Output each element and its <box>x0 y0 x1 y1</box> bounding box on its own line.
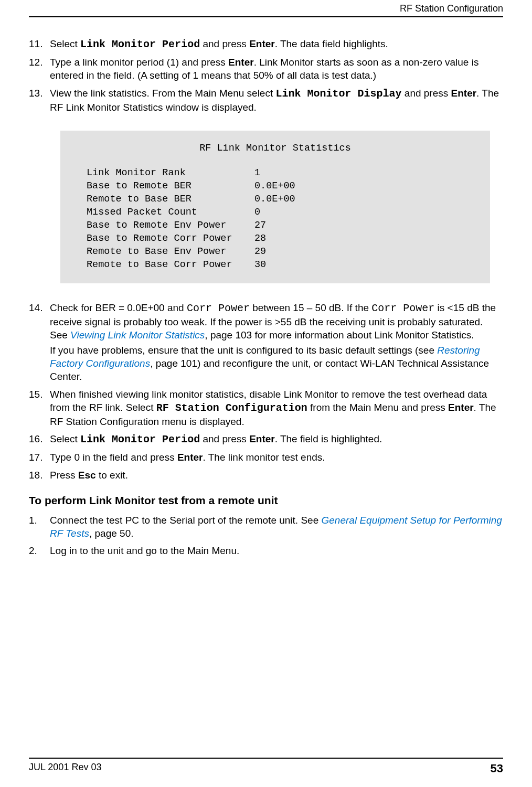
header-title: RF Station Configuration <box>400 3 503 14</box>
step-body: Log in to the unit and go to the Main Me… <box>50 544 503 557</box>
statistics-box: RF Link Monitor Statistics Link Monitor … <box>60 131 490 283</box>
step-number: 16. <box>29 432 50 446</box>
step-number: 17. <box>29 451 50 464</box>
step-number: 2. <box>29 544 50 557</box>
step-item: 15.When finished viewing link monitor st… <box>29 388 503 429</box>
step-item: 18.Press Esc to exit. <box>29 469 503 482</box>
step-body: Type 0 in the field and press Enter. The… <box>50 451 503 464</box>
stats-row: Base to Remote BER0.0E+00 <box>72 180 478 193</box>
header-rule <box>29 16 503 17</box>
page-footer: JUL 2001 Rev 03 53 <box>29 758 503 775</box>
step-number: 14. <box>29 301 50 384</box>
stats-label: Remote to Base Env Power <box>87 246 254 259</box>
stats-row: Remote to Base Env Power29 <box>72 246 478 259</box>
step-item: 1.Connect the test PC to the Serial port… <box>29 514 503 540</box>
step-extra-para: If you have problems, ensure that the un… <box>50 344 503 383</box>
stats-value: 0.0E+00 <box>254 180 295 193</box>
stats-row: Remote to Base BER0.0E+00 <box>72 193 478 206</box>
step-item: 12.Type a link monitor period (1) and pr… <box>29 56 503 82</box>
step-body: Check for BER = 0.0E+00 and Corr Power b… <box>50 301 503 384</box>
stats-value: 0.0E+00 <box>254 193 295 206</box>
stats-label: Base to Remote Corr Power <box>87 232 254 246</box>
step-number: 11. <box>29 37 50 51</box>
step-number: 1. <box>29 514 50 540</box>
content: 11.Select Link Monitor Period and press … <box>29 37 503 558</box>
steps-list-b: 14.Check for BER = 0.0E+00 and Corr Powe… <box>29 301 503 482</box>
stats-row: Link Monitor Rank1 <box>72 167 478 180</box>
cross-reference-link[interactable]: Viewing Link Monitor Statistics <box>70 329 205 341</box>
stats-label: Base to Remote Env Power <box>87 219 254 232</box>
step-item: 2.Log in to the unit and go to the Main … <box>29 544 503 557</box>
step-body: Type a link monitor period (1) and press… <box>50 56 503 82</box>
stats-value: 29 <box>254 246 266 259</box>
steps-list-c: 1.Connect the test PC to the Serial port… <box>29 514 503 557</box>
stats-row: Missed Packet Count0 <box>72 206 478 219</box>
stats-label: Link Monitor Rank <box>87 167 254 180</box>
step-item: 13.View the link statistics. From the Ma… <box>29 87 503 114</box>
step-body: When finished viewing link monitor stati… <box>50 388 503 429</box>
stats-label: Base to Remote BER <box>87 180 254 193</box>
stats-row: Base to Remote Env Power27 <box>72 219 478 232</box>
stats-row: Remote to Base Corr Power30 <box>72 259 478 272</box>
stats-label: Missed Packet Count <box>87 206 254 219</box>
stats-value: 1 <box>254 167 260 180</box>
step-body: Select Link Monitor Period and press Ent… <box>50 432 503 446</box>
step-item: 16.Select Link Monitor Period and press … <box>29 432 503 446</box>
page-header: RF Station Configuration <box>29 0 503 16</box>
step-number: 18. <box>29 469 50 482</box>
footer-page-number: 53 <box>491 762 503 775</box>
step-body: Select Link Monitor Period and press Ent… <box>50 37 503 51</box>
stats-value: 28 <box>254 232 266 246</box>
step-number: 13. <box>29 87 50 114</box>
step-item: 14.Check for BER = 0.0E+00 and Corr Powe… <box>29 301 503 384</box>
footer-revision: JUL 2001 Rev 03 <box>29 762 101 775</box>
stats-value: 27 <box>254 219 266 232</box>
stats-value: 30 <box>254 259 266 272</box>
step-item: 11.Select Link Monitor Period and press … <box>29 37 503 51</box>
step-number: 12. <box>29 56 50 82</box>
step-number: 15. <box>29 388 50 429</box>
stats-label: Remote to Base BER <box>87 193 254 206</box>
stats-label: Remote to Base Corr Power <box>87 259 254 272</box>
step-body: View the link statistics. From the Main … <box>50 87 503 114</box>
step-item: 17.Type 0 in the field and press Enter. … <box>29 451 503 464</box>
stats-row: Base to Remote Corr Power28 <box>72 232 478 246</box>
step-body: Connect the test PC to the Serial port o… <box>50 514 503 540</box>
section-subhead: To perform Link Monitor test from a remo… <box>29 493 503 508</box>
stats-value: 0 <box>254 206 260 219</box>
step-body: Press Esc to exit. <box>50 469 503 482</box>
box-title: RF Link Monitor Statistics <box>72 142 478 155</box>
steps-list-a: 11.Select Link Monitor Period and press … <box>29 37 503 114</box>
